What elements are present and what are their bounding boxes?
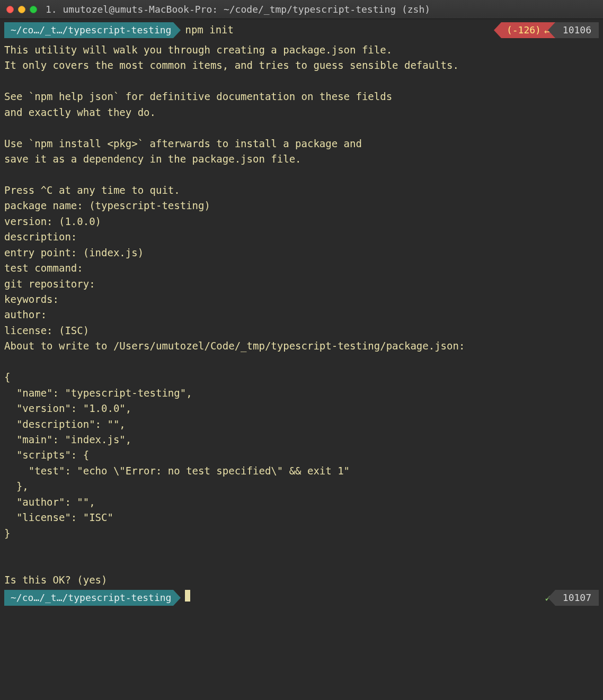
history-number: 10106 <box>555 22 599 38</box>
command-text: npm init <box>173 22 234 38</box>
history-number: 10107 <box>555 590 599 606</box>
close-icon[interactable] <box>6 6 14 13</box>
prompt-path: ~/co…/_t…/typescript-testing <box>4 590 173 606</box>
window-title: 1. umutozel@umuts-MacBook-Pro: ~/code/_t… <box>46 2 430 17</box>
exit-code: (-126) <box>507 23 541 38</box>
zoom-icon[interactable] <box>30 6 37 13</box>
prompt-path: ~/co…/_t…/typescript-testing <box>4 22 173 38</box>
minimize-icon[interactable] <box>18 6 25 13</box>
window-titlebar: 1. umutozel@umuts-MacBook-Pro: ~/code/_t… <box>0 0 603 19</box>
exit-code-badge: (-126) ↵ <box>501 22 555 38</box>
cursor-icon <box>185 590 190 602</box>
terminal-area[interactable]: ~/co…/_t…/typescript-testing npm init (-… <box>0 19 603 612</box>
prompt-line-1: ~/co…/_t…/typescript-testing npm init (-… <box>4 22 599 38</box>
terminal-output: This utility will walk you through creat… <box>4 40 599 589</box>
prompt-line-2: ~/co…/_t…/typescript-testing ✓ 10107 <box>4 590 599 606</box>
window-controls <box>6 6 37 13</box>
